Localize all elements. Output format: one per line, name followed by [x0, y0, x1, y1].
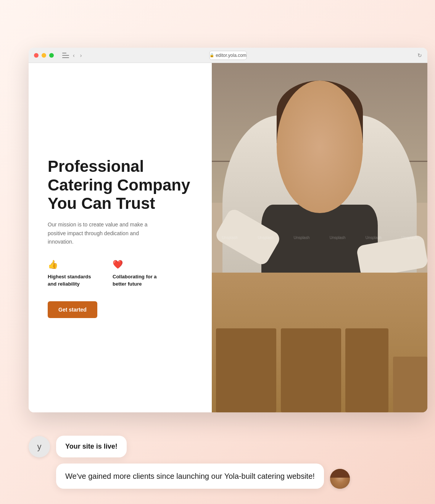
browser-controls: ‹ › — [61, 52, 83, 59]
features-row: 👍 Highest standards and reliability ❤️ C… — [48, 260, 193, 287]
chat-bubble-1-text: Your site is live! — [65, 443, 118, 450]
browser-titlebar: ‹ › 🔒 editor.yola.com ↻ — [29, 48, 427, 63]
feature-item-2: ❤️ Collaborating for a better future — [113, 260, 162, 287]
url-text: editor.yola.com — [216, 53, 246, 58]
traffic-light-yellow[interactable] — [42, 53, 46, 58]
chat-row-1: y Your site is live! — [29, 436, 404, 457]
chat-row-2: We've gained more clients since launchin… — [29, 464, 404, 489]
feature-text-2: Collaborating for a better future — [113, 273, 162, 287]
address-bar[interactable]: 🔒 editor.yola.com — [209, 51, 247, 60]
chat-bubble-1: Your site is live! — [56, 436, 127, 457]
basket-4 — [393, 357, 427, 412]
user-avatar-image — [330, 469, 350, 489]
sidebar-toggle-icon[interactable] — [62, 53, 69, 58]
heart-icon: ❤️ — [113, 260, 162, 270]
chat-bubble-2: We've gained more clients since launchin… — [56, 464, 324, 489]
website-content: Professional Catering Company You Can Tr… — [29, 63, 427, 412]
thumbsup-icon: 👍 — [48, 260, 97, 270]
feature-item-1: 👍 Highest standards and reliability — [48, 260, 97, 287]
user-avatar — [330, 469, 350, 489]
yola-avatar: y — [29, 436, 50, 457]
get-started-button[interactable]: Get started — [48, 301, 97, 318]
refresh-button[interactable]: ↻ — [417, 52, 422, 58]
lock-icon: 🔒 — [209, 53, 214, 57]
yola-initial: y — [37, 442, 42, 452]
browser-window: ‹ › 🔒 editor.yola.com ↻ Professional Cat… — [29, 48, 427, 412]
chef-photo: UnsplashUnsplash UnsplashUnsplash Unspla… — [212, 63, 427, 412]
food-area — [212, 273, 427, 412]
feature-text-1: Highest standards and reliability — [48, 273, 97, 287]
basket-1 — [216, 328, 276, 412]
chat-bubble-2-text: We've gained more clients since launchin… — [65, 472, 315, 480]
traffic-light-red[interactable] — [34, 53, 39, 58]
chat-section: y Your site is live! We've gained more c… — [29, 436, 404, 489]
hero-subtitle: Our mission is to create value and make … — [48, 220, 155, 246]
back-arrow[interactable]: ‹ — [71, 52, 76, 59]
hero-title: Professional Catering Company You Can Tr… — [48, 157, 193, 213]
hero-right-panel: UnsplashUnsplash UnsplashUnsplash Unspla… — [212, 63, 427, 412]
forward-arrow[interactable]: › — [79, 52, 84, 59]
chef-head — [277, 81, 363, 213]
hero-left-panel: Professional Catering Company You Can Tr… — [29, 63, 212, 412]
basket-2 — [281, 328, 341, 412]
basket-3 — [345, 328, 388, 412]
traffic-light-green[interactable] — [49, 53, 54, 58]
